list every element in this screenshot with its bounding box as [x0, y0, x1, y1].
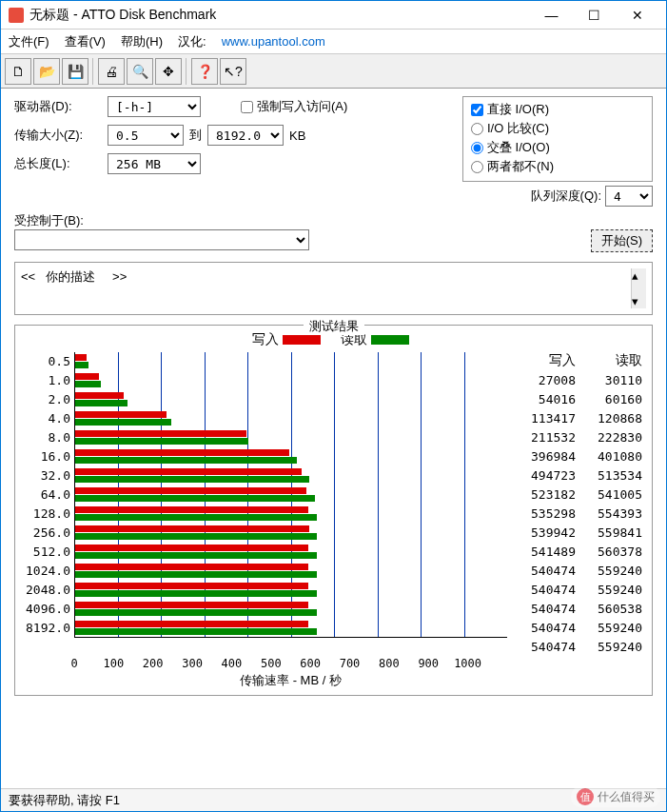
- status-text: 要获得帮助, 请按 F1: [9, 793, 120, 807]
- data-row: 494723513534: [513, 466, 646, 485]
- bar-row: [75, 581, 507, 600]
- to-label: 到: [189, 127, 202, 144]
- kb-label: KB: [289, 129, 305, 143]
- write-bar: [75, 392, 124, 399]
- description-box[interactable]: << 你的描述 >> ▴▾: [14, 262, 653, 315]
- write-bar: [75, 373, 99, 380]
- watermark: 值 什么值得买: [571, 786, 660, 807]
- controlled-by-select[interactable]: [14, 229, 309, 250]
- bar-row: [75, 485, 507, 505]
- read-bar: [75, 552, 317, 559]
- write-bar: [75, 449, 289, 456]
- data-row: 523182541005: [513, 485, 646, 505]
- write-bar: [75, 411, 167, 418]
- io-compare-radio[interactable]: I/O 比较(C): [471, 120, 644, 137]
- move-icon[interactable]: ✥: [155, 58, 182, 85]
- read-bar: [75, 628, 317, 635]
- localize-url[interactable]: www.upantool.com: [222, 34, 325, 49]
- bar-row: [75, 562, 507, 581]
- y-tick: 64.0: [21, 485, 74, 505]
- data-columns: 写入 读取 2700830110540166016011341712086821…: [513, 352, 646, 657]
- titlebar[interactable]: 无标题 - ATTO Disk Benchmark — ☐ ✕: [1, 1, 666, 30]
- close-button[interactable]: ✕: [616, 2, 658, 29]
- y-tick: 2048.0: [21, 581, 74, 600]
- app-icon: [9, 8, 24, 23]
- x-axis-label: 传输速率 - MB / 秒: [74, 672, 507, 689]
- bar-row: [75, 600, 507, 619]
- read-bar: [75, 362, 88, 368]
- size-from-select[interactable]: 0.5: [108, 125, 184, 146]
- preview-icon[interactable]: 🔍: [127, 58, 153, 85]
- force-write-checkbox[interactable]: 强制写入访问(A): [241, 98, 347, 115]
- whatsthis-icon[interactable]: ↖?: [220, 58, 246, 85]
- write-bar: [75, 468, 302, 475]
- read-bar: [75, 514, 317, 521]
- write-bar: [75, 525, 309, 532]
- y-tick: 8192.0: [21, 619, 74, 638]
- menu-view[interactable]: 查看(V): [65, 33, 106, 50]
- bar-row: [75, 466, 507, 485]
- data-row: 540474559240: [513, 638, 646, 657]
- maximize-button[interactable]: ☐: [573, 2, 616, 29]
- overlap-io-radio[interactable]: 交叠 I/O(O): [471, 139, 644, 156]
- y-tick: 128.0: [21, 505, 74, 524]
- data-row: 535298554393: [513, 505, 646, 524]
- bar-row: [75, 505, 507, 524]
- toolbar: 🗋 📂 💾 🖨 🔍 ✥ ❓ ↖?: [1, 54, 666, 89]
- results-title: 测试结果: [304, 318, 364, 335]
- data-row: 5401660160: [513, 390, 646, 409]
- y-tick: 16.0: [21, 447, 74, 466]
- minimize-button[interactable]: —: [530, 2, 573, 29]
- statusbar: 要获得帮助, 请按 F1: [1, 788, 666, 811]
- data-row: 2700830110: [513, 371, 646, 390]
- open-icon[interactable]: 📂: [33, 58, 60, 85]
- read-bar: [75, 381, 101, 387]
- data-row: 540474559240: [513, 581, 646, 600]
- y-tick: 1.0: [21, 371, 74, 390]
- read-swatch-icon: [371, 335, 409, 345]
- data-row: 211532222830: [513, 428, 646, 447]
- save-icon[interactable]: 💾: [62, 58, 88, 85]
- y-tick: 1024.0: [21, 562, 74, 581]
- drive-label: 驱动器(D):: [14, 98, 102, 115]
- help-icon[interactable]: ❓: [191, 58, 218, 85]
- read-bar: [75, 533, 317, 540]
- write-bar: [75, 354, 87, 361]
- read-bar: [75, 419, 171, 426]
- bar-row: [75, 619, 507, 638]
- bar-row: [75, 524, 507, 543]
- size-to-select[interactable]: 8192.0: [207, 125, 284, 146]
- y-tick: 256.0: [21, 524, 74, 543]
- drive-select[interactable]: [-h-]: [108, 96, 201, 117]
- window-title: 无标题 - ATTO Disk Benchmark: [29, 7, 530, 24]
- bar-row: [75, 390, 507, 409]
- new-icon[interactable]: 🗋: [5, 58, 31, 85]
- bar-row: [75, 409, 507, 428]
- x-axis-ticks: 01002003004005006007008009001000: [74, 657, 507, 670]
- read-bar: [75, 438, 248, 445]
- queue-depth-select[interactable]: 4: [605, 186, 653, 207]
- force-write-input[interactable]: [241, 101, 253, 113]
- description-text: 你的描述: [46, 269, 95, 284]
- y-tick: 512.0: [21, 543, 74, 562]
- neither-radio[interactable]: 两者都不(N): [471, 158, 644, 175]
- print-icon[interactable]: 🖨: [98, 58, 125, 85]
- y-axis-labels: 0.51.02.04.08.016.032.064.0128.0256.0512…: [21, 352, 74, 657]
- write-bar: [75, 621, 308, 627]
- start-button[interactable]: 开始(S): [591, 229, 653, 252]
- data-row: 396984401080: [513, 447, 646, 466]
- chart-plot: [74, 352, 507, 638]
- write-bar: [75, 506, 308, 513]
- menu-file[interactable]: 文件(F): [9, 33, 49, 50]
- length-label: 总长度(L):: [14, 155, 102, 172]
- menu-help[interactable]: 帮助(H): [121, 33, 163, 50]
- direct-io-input[interactable]: [471, 104, 483, 116]
- read-bar: [75, 476, 309, 483]
- read-bar: [75, 400, 128, 406]
- direct-io-checkbox[interactable]: 直接 I/O(R): [471, 101, 644, 118]
- results-panel: 测试结果 写入 读取 0.51.02.04.08.016.032.064.012…: [14, 325, 653, 696]
- length-select[interactable]: 256 MB: [108, 153, 201, 174]
- y-tick: 4096.0: [21, 600, 74, 619]
- description-scrollbar[interactable]: ▴▾: [631, 268, 646, 308]
- bar-row: [75, 447, 507, 466]
